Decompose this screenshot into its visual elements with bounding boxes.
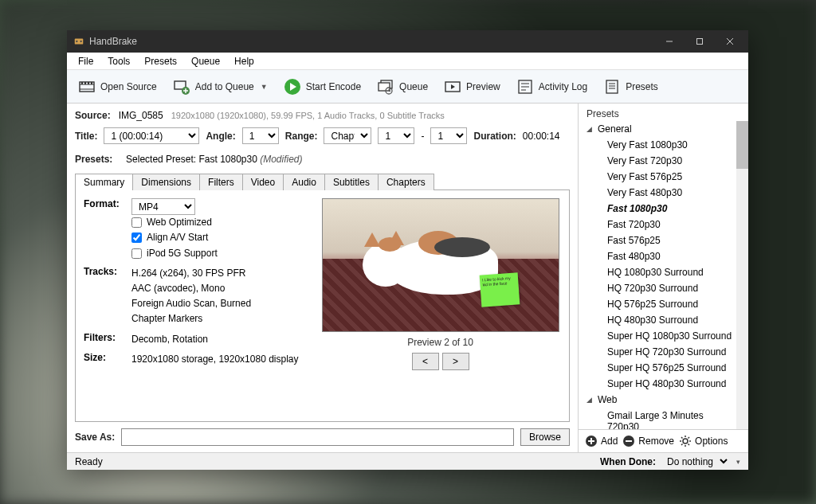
maximize-button[interactable]: [685, 30, 715, 53]
svg-rect-4: [697, 39, 703, 45]
preset-item[interactable]: HQ 480p30 Surround: [586, 312, 732, 328]
selected-preset-name: Fast 1080p30: [198, 154, 257, 165]
duration-value: 00:00:14: [523, 131, 560, 142]
toolbar: Open Source Add to Queue ▼ Start Encode …: [67, 70, 748, 104]
presets-toggle-button[interactable]: Presets: [597, 75, 665, 99]
preset-modified: (Modified): [260, 154, 302, 165]
menu-file[interactable]: File: [72, 54, 100, 68]
tab-dimensions[interactable]: Dimensions: [132, 174, 200, 190]
open-source-button[interactable]: Open Source: [72, 75, 163, 99]
preview-button[interactable]: Preview: [437, 75, 507, 99]
preset-item[interactable]: Super HQ 1080p30 Surround: [586, 328, 732, 344]
status-text: Ready: [75, 456, 600, 467]
preset-item[interactable]: HQ 576p25 Surround: [586, 296, 732, 312]
svg-point-1: [76, 41, 77, 42]
preset-options-button[interactable]: Options: [679, 435, 728, 447]
statusbar: Ready When Done: Do nothing ▾: [67, 452, 748, 470]
align-av-check[interactable]: Align A/V Start: [131, 230, 307, 245]
svg-marker-26: [451, 84, 455, 89]
preset-item[interactable]: Super HQ 720p30 Surround: [586, 344, 732, 360]
scrollbar[interactable]: [736, 121, 748, 429]
svg-line-47: [681, 444, 683, 446]
angle-select[interactable]: 1: [242, 127, 279, 144]
gear-icon: [679, 435, 692, 447]
tab-filters[interactable]: Filters: [199, 174, 243, 190]
minus-icon: [622, 435, 635, 447]
presets-side-title: Presets: [579, 104, 748, 121]
preset-item[interactable]: Very Fast 720p30: [586, 153, 732, 169]
preview-next-button[interactable]: >: [442, 353, 469, 370]
app-window: HandBrake File Tools Presets Queue Help …: [67, 30, 748, 470]
selected-preset-label: Selected Preset:: [126, 154, 196, 165]
preset-item[interactable]: Gmail Large 3 Minutes 720p30: [586, 408, 732, 429]
when-done-select[interactable]: Do nothing: [661, 453, 730, 470]
svg-rect-12: [88, 82, 89, 84]
menu-presets[interactable]: Presets: [138, 54, 183, 68]
film-stack-icon: [377, 78, 394, 96]
film-open-icon: [78, 78, 96, 96]
preview-image: I Like to kick my kid in the face: [322, 198, 559, 332]
presets-label: Presets:: [75, 154, 112, 165]
close-button[interactable]: [715, 30, 745, 53]
svg-point-40: [683, 439, 688, 443]
play-icon: [284, 78, 301, 96]
format-label: Format:: [84, 198, 131, 209]
format-select[interactable]: MP4: [131, 198, 195, 215]
add-queue-button[interactable]: Add to Queue ▼: [167, 75, 274, 99]
preset-category[interactable]: ◢General: [586, 121, 732, 137]
svg-rect-10: [81, 82, 83, 84]
title-select[interactable]: 1 (00:00:14): [104, 127, 199, 144]
menu-tools[interactable]: Tools: [101, 54, 136, 68]
queue-button[interactable]: Queue: [371, 75, 434, 99]
tab-audio[interactable]: Audio: [283, 174, 325, 190]
browse-button[interactable]: Browse: [520, 428, 570, 446]
menu-queue[interactable]: Queue: [185, 54, 226, 68]
range-label: Range:: [285, 131, 318, 142]
svg-rect-21: [379, 83, 390, 91]
tab-video[interactable]: Video: [242, 174, 284, 190]
preset-item[interactable]: Fast 480p30: [586, 248, 732, 264]
filters-summary-value: Decomb, Rotation: [131, 332, 307, 347]
preset-item[interactable]: Fast 1080p30: [586, 201, 732, 217]
svg-rect-11: [84, 82, 86, 84]
svg-line-45: [681, 437, 683, 439]
tracks-info: H.264 (x264), 30 FPS PFR AAC (avcodec), …: [131, 266, 307, 327]
preset-tree[interactable]: ◢GeneralVery Fast 1080p30Very Fast 720p3…: [579, 121, 748, 429]
chevron-down-icon: ▼: [261, 83, 268, 91]
title-label: Title:: [75, 131, 97, 142]
preset-category[interactable]: ◢Web: [586, 392, 732, 408]
range-separator: -: [421, 131, 424, 142]
range-to-select[interactable]: 1: [430, 127, 467, 144]
preset-item[interactable]: Super HQ 480p30 Surround: [586, 376, 732, 392]
chevron-down-icon: ▾: [736, 458, 740, 466]
range-mode-select[interactable]: Chapters: [324, 127, 371, 144]
activity-log-button[interactable]: Activity Log: [510, 75, 594, 99]
preview-prev-button[interactable]: <: [412, 353, 439, 370]
saveas-input[interactable]: [121, 428, 514, 446]
start-encode-button[interactable]: Start Encode: [277, 75, 367, 99]
preset-item[interactable]: Fast 576p25: [586, 232, 732, 248]
preset-item[interactable]: Very Fast 576p25: [586, 169, 732, 185]
ipod-check[interactable]: iPod 5G Support: [131, 246, 307, 261]
minimize-button[interactable]: [654, 30, 685, 53]
app-logo-icon: [73, 36, 84, 47]
preset-item[interactable]: HQ 720p30 Surround: [586, 280, 732, 296]
preset-item[interactable]: Super HQ 576p25 Surround: [586, 360, 732, 376]
menu-help[interactable]: Help: [228, 54, 261, 68]
tab-subtitles[interactable]: Subtitles: [324, 174, 379, 190]
presets-side-panel: Presets ◢GeneralVery Fast 1080p30Very Fa…: [578, 104, 748, 452]
source-label: Source:: [75, 110, 111, 121]
preset-add-button[interactable]: Add: [585, 435, 618, 447]
preset-item[interactable]: Fast 720p30: [586, 217, 732, 232]
web-optimized-check[interactable]: Web Optimized: [131, 215, 307, 230]
plus-icon: [585, 435, 598, 447]
range-from-select[interactable]: 1: [378, 127, 414, 144]
tab-chapters[interactable]: Chapters: [378, 174, 434, 190]
preset-item[interactable]: Very Fast 480p30: [586, 185, 732, 201]
preset-item[interactable]: HQ 1080p30 Surround: [586, 264, 732, 280]
preset-item[interactable]: Very Fast 1080p30: [586, 137, 732, 153]
preset-remove-button[interactable]: Remove: [622, 435, 674, 447]
tab-summary[interactable]: Summary: [75, 174, 133, 190]
filters-summary-label: Filters:: [84, 332, 131, 343]
angle-label: Angle:: [206, 131, 235, 142]
